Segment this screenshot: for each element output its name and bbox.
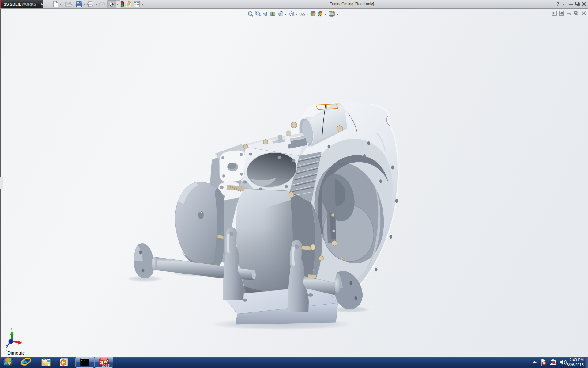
svg-text:2:40 PM: 2:40 PM [569, 358, 584, 362]
svg-text:SOLIDWORKS: SOLIDWORKS [10, 2, 36, 6]
svg-text:X: X [20, 341, 23, 345]
svg-text:Z: Z [6, 345, 8, 349]
svg-text:?: ? [557, 1, 560, 7]
svg-text:ЗS: ЗS [4, 2, 9, 6]
svg-text:Y: Y [10, 327, 13, 332]
svg-text:6/26/2015: 6/26/2015 [567, 363, 584, 367]
svg-text:2015: 2015 [102, 364, 110, 367]
svg-text:C:\_: C:\_ [81, 360, 87, 362]
